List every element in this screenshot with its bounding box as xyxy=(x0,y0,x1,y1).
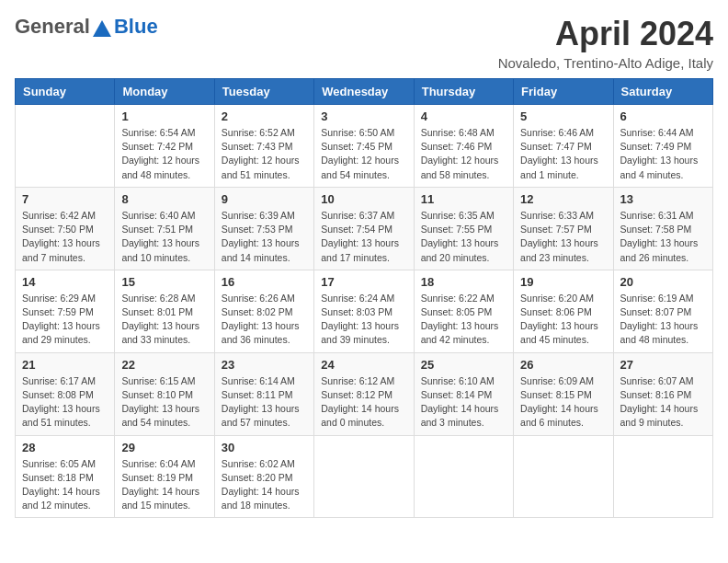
day-number: 18 xyxy=(421,275,506,289)
day-number: 27 xyxy=(620,358,706,372)
column-header-tuesday: Tuesday xyxy=(214,79,313,105)
day-info: Sunrise: 6:40 AMSunset: 7:51 PMDaylight:… xyxy=(121,209,207,265)
day-info: Sunrise: 6:39 AMSunset: 7:53 PMDaylight:… xyxy=(222,209,307,265)
calendar-cell: 25Sunrise: 6:10 AMSunset: 8:14 PMDayligh… xyxy=(414,352,513,435)
day-info: Sunrise: 6:07 AMSunset: 8:16 PMDaylight:… xyxy=(620,374,706,431)
calendar-cell: 2Sunrise: 6:52 AMSunset: 7:43 PMDaylight… xyxy=(214,105,313,188)
column-header-sunday: Sunday xyxy=(16,79,115,105)
column-header-monday: Monday xyxy=(115,79,214,105)
day-info: Sunrise: 6:22 AMSunset: 8:05 PMDaylight:… xyxy=(421,292,506,348)
calendar-cell xyxy=(314,435,414,518)
calendar-week-row: 21Sunrise: 6:17 AMSunset: 8:08 PMDayligh… xyxy=(16,352,713,435)
day-info: Sunrise: 6:35 AMSunset: 7:55 PMDaylight:… xyxy=(421,209,506,265)
title-area: April 2024 Novaledo, Trentino-Alto Adige… xyxy=(498,15,713,71)
day-number: 25 xyxy=(421,358,506,372)
calendar-cell: 23Sunrise: 6:14 AMSunset: 8:11 PMDayligh… xyxy=(214,352,313,435)
calendar-table: SundayMondayTuesdayWednesdayThursdayFrid… xyxy=(15,78,713,518)
calendar-cell xyxy=(16,105,115,188)
day-info: Sunrise: 6:46 AMSunset: 7:47 PMDaylight:… xyxy=(520,126,606,182)
day-info: Sunrise: 6:29 AMSunset: 7:59 PMDaylight:… xyxy=(22,292,108,348)
day-info: Sunrise: 6:50 AMSunset: 7:45 PMDaylight:… xyxy=(321,126,406,182)
calendar-cell: 19Sunrise: 6:20 AMSunset: 8:06 PMDayligh… xyxy=(514,270,613,352)
day-number: 6 xyxy=(620,109,706,123)
calendar-week-row: 1Sunrise: 6:54 AMSunset: 7:42 PMDaylight… xyxy=(16,105,713,188)
day-number: 10 xyxy=(321,192,406,206)
day-number: 4 xyxy=(421,109,506,123)
calendar-cell: 18Sunrise: 6:22 AMSunset: 8:05 PMDayligh… xyxy=(414,270,513,352)
calendar-cell: 16Sunrise: 6:26 AMSunset: 8:02 PMDayligh… xyxy=(214,270,313,352)
day-info: Sunrise: 6:54 AMSunset: 7:42 PMDaylight:… xyxy=(121,126,207,182)
day-info: Sunrise: 6:42 AMSunset: 7:50 PMDaylight:… xyxy=(22,209,108,265)
day-info: Sunrise: 6:15 AMSunset: 8:10 PMDaylight:… xyxy=(121,374,207,431)
calendar-cell: 24Sunrise: 6:12 AMSunset: 8:12 PMDayligh… xyxy=(314,352,414,435)
day-number: 23 xyxy=(222,358,307,372)
calendar-cell: 22Sunrise: 6:15 AMSunset: 8:10 PMDayligh… xyxy=(115,352,214,435)
day-info: Sunrise: 6:28 AMSunset: 8:01 PMDaylight:… xyxy=(121,292,207,348)
day-number: 16 xyxy=(222,275,307,289)
calendar-cell: 21Sunrise: 6:17 AMSunset: 8:08 PMDayligh… xyxy=(16,352,115,435)
calendar-cell xyxy=(613,435,712,518)
day-number: 11 xyxy=(421,192,506,206)
calendar-cell: 28Sunrise: 6:05 AMSunset: 8:18 PMDayligh… xyxy=(16,435,115,518)
month-title: April 2024 xyxy=(498,15,713,53)
calendar-cell: 4Sunrise: 6:48 AMSunset: 7:46 PMDaylight… xyxy=(414,105,513,188)
column-header-friday: Friday xyxy=(514,79,613,105)
day-info: Sunrise: 6:02 AMSunset: 8:20 PMDaylight:… xyxy=(222,457,307,513)
day-number: 22 xyxy=(121,358,207,372)
day-number: 5 xyxy=(520,109,606,123)
day-number: 12 xyxy=(520,192,606,206)
calendar-cell: 15Sunrise: 6:28 AMSunset: 8:01 PMDayligh… xyxy=(115,270,214,352)
day-number: 24 xyxy=(321,358,406,372)
calendar-week-row: 14Sunrise: 6:29 AMSunset: 7:59 PMDayligh… xyxy=(16,270,713,352)
calendar-cell: 6Sunrise: 6:44 AMSunset: 7:49 PMDaylight… xyxy=(613,105,712,188)
day-number: 8 xyxy=(121,192,207,206)
day-info: Sunrise: 6:17 AMSunset: 8:08 PMDaylight:… xyxy=(22,374,108,431)
calendar-cell: 11Sunrise: 6:35 AMSunset: 7:55 PMDayligh… xyxy=(414,187,513,270)
day-number: 1 xyxy=(121,109,207,123)
column-header-saturday: Saturday xyxy=(613,79,712,105)
calendar-cell: 13Sunrise: 6:31 AMSunset: 7:58 PMDayligh… xyxy=(613,187,712,270)
calendar-cell xyxy=(514,435,613,518)
calendar-cell: 27Sunrise: 6:07 AMSunset: 8:16 PMDayligh… xyxy=(613,352,712,435)
day-number: 30 xyxy=(222,441,307,454)
day-info: Sunrise: 6:10 AMSunset: 8:14 PMDaylight:… xyxy=(421,374,506,431)
day-info: Sunrise: 6:05 AMSunset: 8:18 PMDaylight:… xyxy=(22,457,108,513)
day-number: 15 xyxy=(121,275,207,289)
calendar-week-row: 7Sunrise: 6:42 AMSunset: 7:50 PMDaylight… xyxy=(16,187,713,270)
day-info: Sunrise: 6:20 AMSunset: 8:06 PMDaylight:… xyxy=(520,292,606,348)
calendar-cell: 26Sunrise: 6:09 AMSunset: 8:15 PMDayligh… xyxy=(514,352,613,435)
day-info: Sunrise: 6:44 AMSunset: 7:49 PMDaylight:… xyxy=(620,126,706,182)
calendar-header-row: SundayMondayTuesdayWednesdayThursdayFrid… xyxy=(16,79,713,105)
day-number: 7 xyxy=(22,192,108,206)
calendar-cell: 7Sunrise: 6:42 AMSunset: 7:50 PMDaylight… xyxy=(16,187,115,270)
logo-general: General xyxy=(15,15,90,39)
column-header-wednesday: Wednesday xyxy=(314,79,414,105)
calendar-cell: 9Sunrise: 6:39 AMSunset: 7:53 PMDaylight… xyxy=(214,187,313,270)
day-number: 3 xyxy=(321,109,406,123)
calendar-cell: 10Sunrise: 6:37 AMSunset: 7:54 PMDayligh… xyxy=(314,187,414,270)
day-number: 29 xyxy=(121,441,207,454)
logo: General Blue xyxy=(15,15,158,39)
day-number: 14 xyxy=(22,275,108,289)
location: Novaledo, Trentino-Alto Adige, Italy xyxy=(498,55,713,71)
logo-triangle-icon xyxy=(93,20,111,37)
day-number: 28 xyxy=(22,441,108,454)
day-number: 13 xyxy=(620,192,706,206)
day-number: 17 xyxy=(321,275,406,289)
calendar-cell xyxy=(414,435,513,518)
day-info: Sunrise: 6:12 AMSunset: 8:12 PMDaylight:… xyxy=(321,374,406,431)
day-info: Sunrise: 6:09 AMSunset: 8:15 PMDaylight:… xyxy=(520,374,606,431)
day-info: Sunrise: 6:26 AMSunset: 8:02 PMDaylight:… xyxy=(222,292,307,348)
day-info: Sunrise: 6:33 AMSunset: 7:57 PMDaylight:… xyxy=(520,209,606,265)
day-info: Sunrise: 6:14 AMSunset: 8:11 PMDaylight:… xyxy=(222,374,307,431)
logo-blue: Blue xyxy=(114,15,158,39)
day-number: 2 xyxy=(222,109,307,123)
calendar-cell: 8Sunrise: 6:40 AMSunset: 7:51 PMDaylight… xyxy=(115,187,214,270)
day-info: Sunrise: 6:52 AMSunset: 7:43 PMDaylight:… xyxy=(222,126,307,182)
day-info: Sunrise: 6:24 AMSunset: 8:03 PMDaylight:… xyxy=(321,292,406,348)
page-header: General Blue April 2024 Novaledo, Trenti… xyxy=(15,15,713,71)
day-number: 19 xyxy=(520,275,606,289)
calendar-cell: 17Sunrise: 6:24 AMSunset: 8:03 PMDayligh… xyxy=(314,270,414,352)
calendar-cell: 12Sunrise: 6:33 AMSunset: 7:57 PMDayligh… xyxy=(514,187,613,270)
calendar-cell: 1Sunrise: 6:54 AMSunset: 7:42 PMDaylight… xyxy=(115,105,214,188)
